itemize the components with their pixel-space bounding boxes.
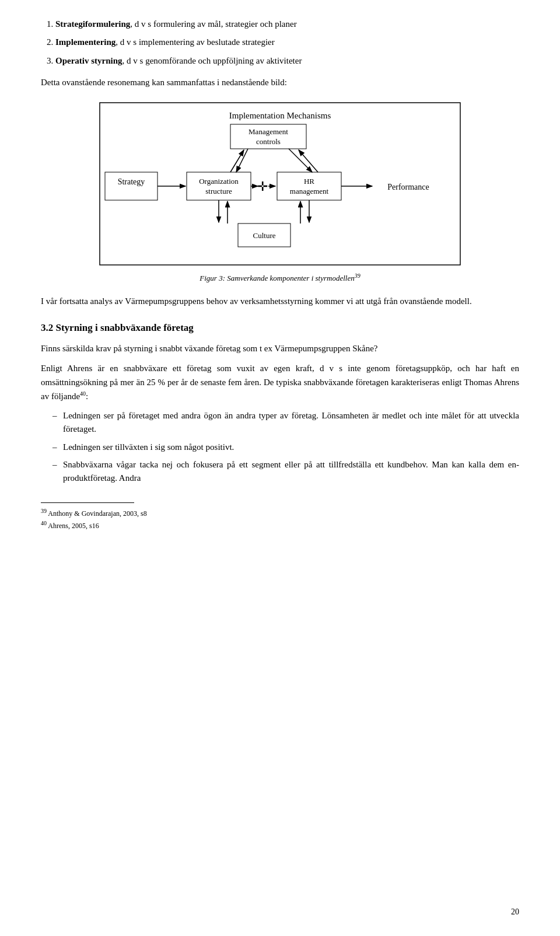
item-2-rest: , d v s implementering av beslutade stra… [116,37,274,47]
footnote-1-text: Anthony & Govindarajan, 2003, s8 [48,509,146,518]
diagram-container: Implementation Mechanisms Management con… [41,102,519,266]
item-1-number: 1. [47,19,55,29]
paragraph1: Enligt Ahrens är en snabbväxare ett före… [41,361,519,403]
svg-rect-7 [105,172,158,200]
footnote-1-sup: 39 [41,508,47,514]
paragraph1-text: Enligt Ahrens är en snabbväxare ett före… [41,364,519,401]
footnote-1: 39 Anthony & Govindarajan, 2003, s8 [41,507,519,519]
footnote-2-sup: 40 [41,520,47,526]
list-item: Ledningen ser på företaget med andra ögo… [52,409,519,436]
analysis-paragraph: I vår fortsatta analys av Värmepumpsgrup… [41,295,519,308]
item-2-bold: Implementering [55,37,116,47]
item-3-rest: , d v s genomförande och uppföljning av … [123,56,302,65]
item-1: 1. Strategiformulering, d v s formulerin… [41,18,519,31]
performance-label: Performance [387,183,429,191]
item-2: 2. Implementering, d v s implementering … [41,36,519,49]
intro-text: Detta ovanstående resonemang kan sammanf… [41,76,519,89]
strategy-label: Strategy [118,177,145,186]
item-3: 3. Operativ styrning, d v s genomförande… [41,54,519,68]
item-3-number: 3. [47,56,55,65]
svg-text:management: management [290,187,329,195]
bullet-list: Ledningen ser på företaget med andra ögo… [41,409,519,485]
culture-label: Culture [253,231,276,240]
section-heading-label: 3.2 Styrning i snabbväxande företag [41,322,194,333]
page-number: 20 [511,906,519,918]
svg-text:structure: structure [205,187,232,195]
paragraph1-sup: 40 [80,390,86,397]
mgmt-controls-label: Management [249,127,288,136]
hr-management-label: HR [304,177,314,186]
section-heading: 3.2 Styrning i snabbväxande företag [41,320,519,336]
list-item: Snabbväxarna vågar tacka nej och fokuser… [52,458,519,486]
svg-text:controls: controls [256,137,281,146]
paragraph1-end: : [86,392,88,401]
diagram-title-text: Implementation Mechanisms [229,111,331,120]
figcaption-text: Figur 3: Samverkande komponenter i styrm… [200,274,360,282]
diagram-svg: Implementation Mechanisms Management con… [99,102,461,266]
item-2-number: 2. [47,37,55,47]
figcaption: Figur 3: Samverkande komponenter i styrm… [41,271,519,284]
org-structure-label: Organization [199,177,239,186]
item-1-rest: , d v s formulering av mål, strategier o… [130,19,296,29]
footnote-2-text: Ahrens, 2005, s16 [48,522,99,530]
item-1-bold: Strategiformulering [55,19,130,29]
item-3-bold: Operativ styrning [55,56,123,65]
footnote-divider [41,502,134,503]
footnote-2: 40 Ahrens, 2005, s16 [41,519,519,531]
section-intro-paragraph: Finns särskilda krav på styrning i snabb… [41,341,519,355]
list-item: Ledningen ser tillväxten i sig som något… [52,441,519,454]
center-cross-icon: ✛ [257,179,268,194]
